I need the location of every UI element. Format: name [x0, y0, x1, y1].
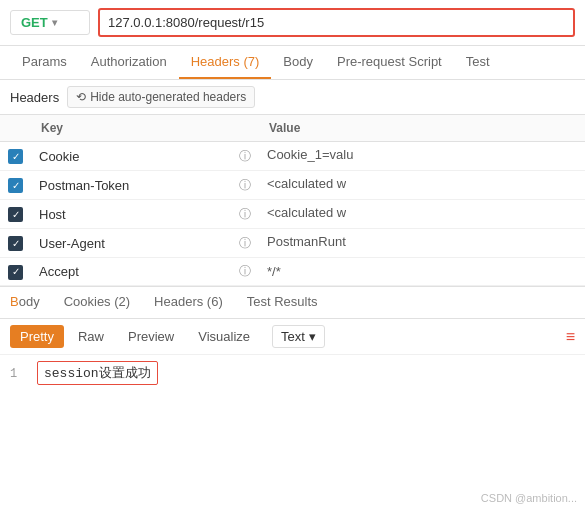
- row-checkbox[interactable]: ✓: [8, 265, 23, 280]
- headers-bar: Headers ⟲ Hide auto-generated headers: [0, 80, 585, 115]
- tab-authorization[interactable]: Authorization: [79, 46, 179, 79]
- table-row: ✓ Host ⓘ <calculated w: [0, 200, 585, 229]
- info-icon[interactable]: ⓘ: [239, 264, 251, 278]
- row-checkbox[interactable]: ✓: [8, 207, 23, 222]
- row-key: Cookie: [31, 142, 231, 171]
- text-format-label: Text: [281, 329, 305, 344]
- nav-tabs: Params Authorization Headers (7) Body Pr…: [0, 46, 585, 80]
- visualize-btn[interactable]: Visualize: [188, 325, 260, 348]
- row-value: Cookie_1=valu: [259, 142, 585, 171]
- hide-auto-generated-btn[interactable]: ⟲ Hide auto-generated headers: [67, 86, 255, 108]
- info-icon[interactable]: ⓘ: [239, 207, 251, 221]
- auto-gen-label: Hide auto-generated headers: [90, 90, 246, 104]
- preview-btn[interactable]: Preview: [118, 325, 184, 348]
- info-icon[interactable]: ⓘ: [239, 178, 251, 192]
- row-key: Host: [31, 200, 231, 229]
- row-key: Accept: [31, 258, 231, 286]
- b-prefix: B: [10, 294, 19, 309]
- tab-headers-response[interactable]: Headers (6): [142, 287, 235, 318]
- table-row: ✓ Cookie ⓘ Cookie_1=valu: [0, 142, 585, 171]
- tab-headers[interactable]: Headers (7): [179, 46, 272, 79]
- tab-test[interactable]: Test: [454, 46, 502, 79]
- row-checkbox[interactable]: ✓: [8, 178, 23, 193]
- row-checkbox[interactable]: ✓: [8, 236, 23, 251]
- info-icon[interactable]: ⓘ: [239, 149, 251, 163]
- response-body: 1 session设置成功: [0, 355, 585, 391]
- format-bar: Pretty Raw Preview Visualize Text ▾ ≡: [0, 319, 585, 355]
- row-checkbox[interactable]: ✓: [8, 149, 23, 164]
- info-icon[interactable]: ⓘ: [239, 236, 251, 250]
- table-row: ✓ User-Agent ⓘ PostmanRunt: [0, 229, 585, 258]
- row-value: PostmanRunt: [259, 229, 585, 258]
- row-value: */*: [259, 258, 585, 286]
- row-value: <calculated w: [259, 200, 585, 229]
- raw-btn[interactable]: Raw: [68, 325, 114, 348]
- pretty-btn[interactable]: Pretty: [10, 325, 64, 348]
- bottom-tabs: Body Cookies (2) Headers (6) Test Result…: [0, 287, 585, 319]
- col-info: [231, 115, 259, 142]
- refresh-icon: ⟲: [76, 90, 86, 104]
- method-select[interactable]: GET ▾: [10, 10, 90, 35]
- tab-body[interactable]: Body: [271, 46, 325, 79]
- line-number: 1: [10, 367, 17, 381]
- bottom-section: Body Cookies (2) Headers (6) Test Result…: [0, 286, 585, 391]
- row-key: Postman-Token: [31, 171, 231, 200]
- tab-params[interactable]: Params: [10, 46, 79, 79]
- table-row: ✓ Postman-Token ⓘ <calculated w: [0, 171, 585, 200]
- col-value: Value: [259, 115, 585, 142]
- row-value: <calculated w: [259, 171, 585, 200]
- chevron-down-icon: ▾: [52, 17, 57, 28]
- headers-section-label: Headers: [10, 90, 59, 105]
- table-row: ✓ Accept ⓘ */*: [0, 258, 585, 286]
- chevron-down-icon: ▾: [309, 329, 316, 344]
- watermark: CSDN @ambition...: [481, 492, 577, 504]
- text-format-select[interactable]: Text ▾: [272, 325, 325, 348]
- tab-pre-request-script[interactable]: Pre-request Script: [325, 46, 454, 79]
- col-key: Key: [31, 115, 231, 142]
- response-content: session设置成功: [37, 361, 158, 385]
- url-input[interactable]: [98, 8, 575, 37]
- col-check: [0, 115, 31, 142]
- tab-body-response[interactable]: Body: [10, 287, 52, 318]
- tab-cookies[interactable]: Cookies (2): [52, 287, 142, 318]
- row-key: User-Agent: [31, 229, 231, 258]
- tab-test-results[interactable]: Test Results: [235, 287, 330, 318]
- word-wrap-icon[interactable]: ≡: [566, 328, 575, 346]
- headers-table: Key Value ✓ Cookie ⓘ Cookie_1=valu ✓ Pos…: [0, 115, 585, 286]
- top-bar: GET ▾: [0, 0, 585, 46]
- method-label: GET: [21, 15, 48, 30]
